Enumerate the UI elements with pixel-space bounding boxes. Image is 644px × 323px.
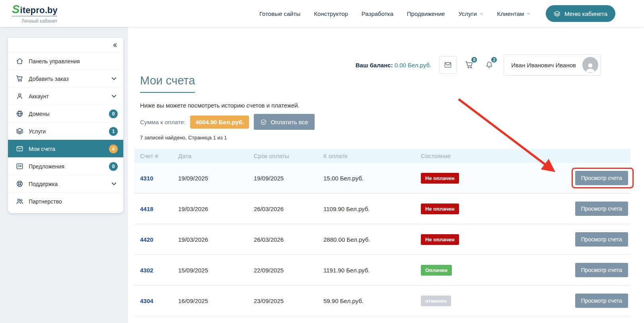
- sidebar-item-services[interactable]: Услуги1: [8, 122, 123, 140]
- invoice-amount: 1109.90 Бел.руб.: [323, 206, 421, 212]
- nav-item[interactable]: Готовые сайты: [259, 10, 300, 17]
- nav-item[interactable]: Услуги: [458, 10, 483, 17]
- sidebar-item-support[interactable]: Поддержка: [8, 175, 123, 192]
- nav-item[interactable]: Разработка: [362, 10, 393, 17]
- invoice-date: 19/03/2026: [178, 206, 254, 212]
- sidebar-item-offers[interactable]: Предложения0: [8, 157, 123, 175]
- column-header: Дата: [178, 153, 254, 159]
- messages-button[interactable]: [439, 56, 457, 74]
- invoice-actions: Просмотр счета: [552, 294, 630, 308]
- layers-icon: [16, 127, 23, 135]
- chevron-down-icon: [110, 180, 118, 188]
- balance: Ваш баланс: 0.00 Бел.руб.: [356, 62, 431, 69]
- sidebar-item-account[interactable]: Аккаунт: [8, 87, 123, 105]
- invoice-amount: 15.00 Бел.руб.: [323, 175, 421, 182]
- invoice-due-date: 26/03/2026: [254, 206, 323, 212]
- invoice-icon: [16, 145, 23, 153]
- invoice-status: Оплачен: [421, 265, 552, 276]
- status-badge: Оплачен: [421, 265, 452, 276]
- sidebar-item-label: Услуги: [29, 128, 104, 135]
- sidebar-item-label: Мои счета: [29, 146, 104, 152]
- invoice-due-date: 26/03/2026: [254, 236, 323, 243]
- table-row: 430215/09/202522/09/20251191.90 Бел.руб.…: [134, 255, 630, 286]
- sidebar-item-add-order[interactable]: Добавить заказ: [8, 70, 123, 87]
- notifications-button[interactable]: 2: [482, 56, 496, 74]
- sidebar-collapse-button[interactable]: [8, 38, 123, 52]
- nav-item[interactable]: Конструктор: [314, 10, 348, 17]
- globe-icon: [16, 110, 23, 117]
- invoice-table: Счет #ДатаСрок оплатыК оплатеСостояние 4…: [134, 149, 630, 316]
- view-button-wrap: Просмотр счета: [575, 232, 628, 247]
- nav-item[interactable]: Клиентам: [497, 10, 531, 17]
- mail-icon: [444, 61, 452, 69]
- invoice-actions: Просмотр счета: [552, 232, 630, 247]
- invoice-number[interactable]: 4310: [134, 175, 178, 182]
- invoice-amount: 2880.00 Бел.руб.: [323, 236, 421, 243]
- view-invoice-button[interactable]: Просмотр счета: [575, 171, 628, 185]
- view-invoice-button[interactable]: Просмотр счета: [575, 232, 628, 247]
- column-header: Счет #: [134, 153, 178, 159]
- logo[interactable]: S itepro .by Личный кабинет: [12, 3, 57, 24]
- nav-item-label: Клиентам: [497, 10, 524, 17]
- page-description: Ниже вы можете посмотреть историю счетов…: [140, 102, 300, 109]
- nav-item-label: Готовые сайты: [259, 10, 300, 17]
- nav-item-label: Продвижение: [407, 10, 445, 17]
- status-badge: Не оплачен: [421, 173, 459, 184]
- notifications-count-badge: 2: [490, 56, 498, 63]
- cart-button[interactable]: 0: [462, 56, 477, 74]
- invoice-date: 19/03/2026: [178, 236, 254, 243]
- sidebar-item-partnership[interactable]: Партнерство: [8, 192, 123, 210]
- user-menu[interactable]: Иван Иванович Иванов: [504, 54, 601, 76]
- invoice-actions: Просмотр счета: [552, 263, 630, 277]
- pay-all-button[interactable]: Оплатить все: [254, 114, 314, 130]
- view-button-wrap: Просмотр счета: [575, 294, 628, 308]
- invoice-due-date: 22/09/2025: [254, 267, 323, 274]
- invoice-number[interactable]: 4418: [134, 206, 178, 212]
- sidebar: Панель управленияДобавить заказАккаунтДо…: [8, 38, 123, 213]
- view-invoice-button[interactable]: Просмотр счета: [575, 202, 628, 216]
- sidebar-badge: 4: [109, 145, 118, 153]
- sidebar-item-label: Домены: [29, 111, 104, 117]
- invoice-amount: 1191.90 Бел.руб.: [323, 267, 421, 274]
- header: S itepro .by Личный кабинет Готовые сайт…: [0, 0, 644, 27]
- sidebar-item-dashboard[interactable]: Панель управления: [8, 52, 123, 70]
- view-button-wrap: Просмотр счета: [575, 202, 628, 216]
- column-header: Срок оплаты: [254, 153, 323, 159]
- view-invoice-button[interactable]: Просмотр счета: [575, 263, 628, 277]
- sidebar-item-label: Поддержка: [29, 181, 105, 187]
- invoice-amount: 59.90 Бел.руб.: [323, 298, 421, 304]
- invoice-due-date: 19/09/2025: [254, 175, 323, 182]
- table-row: 430416/09/202523/09/202559.90 Бел.руб.от…: [134, 286, 630, 316]
- table-row: 441819/03/202626/03/20261109.90 Бел.руб.…: [134, 194, 630, 224]
- nav-item[interactable]: Продвижение: [407, 10, 445, 17]
- support-icon: [16, 180, 23, 188]
- annotation-highlight-box: Просмотр счета: [575, 171, 628, 185]
- nav-item-label: Разработка: [362, 10, 393, 17]
- user-icon: [16, 92, 23, 100]
- sidebar-item-label: Партнерство: [29, 198, 118, 205]
- cabinet-menu-button[interactable]: Меню кабинета: [546, 5, 615, 22]
- chevrons-left-icon: [112, 42, 118, 48]
- invoice-number[interactable]: 4302: [134, 267, 178, 274]
- chevron-down-icon: [479, 12, 484, 16]
- column-header: Состояние: [421, 153, 552, 159]
- invoice-date: 16/09/2025: [178, 298, 254, 304]
- layers-icon: [554, 10, 560, 17]
- logo-subtitle: Личный кабинет: [21, 18, 57, 24]
- view-invoice-button[interactable]: Просмотр счета: [575, 294, 628, 308]
- cabinet-menu-label: Меню кабинета: [564, 10, 607, 17]
- invoice-number[interactable]: 4304: [134, 298, 178, 304]
- sum-row: Сумма к оплате: 4004.90 Бел.руб. Оплатит…: [140, 114, 315, 130]
- cart-count-badge: 0: [471, 56, 478, 63]
- home-icon: [16, 57, 23, 65]
- logo-text: itepro: [20, 5, 45, 16]
- balance-value: 0.00 Бел.руб.: [395, 62, 432, 69]
- sidebar-item-invoices[interactable]: Мои счета4: [8, 140, 123, 157]
- sidebar-item-domains[interactable]: Домены0: [8, 105, 123, 122]
- status-badge: отменен: [421, 296, 451, 306]
- invoice-number[interactable]: 4420: [134, 236, 178, 243]
- invoice-status: Не оплачен: [421, 204, 552, 214]
- sidebar-item-label: Аккаунт: [29, 93, 105, 100]
- invoice-date: 19/09/2025: [178, 175, 254, 182]
- pay-all-label: Оплатить все: [270, 119, 308, 125]
